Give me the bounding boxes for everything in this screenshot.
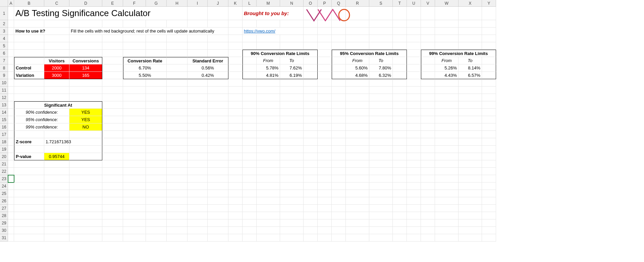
cell-S5[interactable] [369, 42, 393, 50]
cell-H27[interactable] [167, 205, 187, 212]
l95-control-from[interactable]: 5.60% [346, 64, 369, 72]
cell-Q31[interactable] [332, 234, 346, 242]
cell-B7[interactable] [14, 57, 44, 64]
cell-T18[interactable] [393, 138, 407, 146]
cell-W30[interactable] [435, 227, 459, 234]
row-header-28[interactable]: 28 [0, 212, 8, 219]
cell-A3[interactable] [8, 28, 14, 35]
row-header-19[interactable]: 19 [0, 146, 8, 153]
cell-X19[interactable] [459, 146, 482, 153]
variation-rate[interactable]: 5.50% [123, 72, 167, 79]
cell-X15[interactable] [459, 116, 482, 123]
cell-R26[interactable] [346, 197, 369, 205]
cell-N10[interactable] [280, 79, 304, 87]
cell-V10[interactable] [421, 79, 435, 87]
cell-T3[interactable] [393, 28, 407, 35]
cell-S24[interactable] [369, 182, 393, 190]
cell-A4[interactable] [8, 35, 14, 42]
cell-U29[interactable] [407, 219, 421, 227]
cell-L26[interactable] [243, 197, 257, 205]
cell-U23[interactable] [407, 175, 421, 182]
cell-W22[interactable] [435, 168, 459, 175]
cell-V20[interactable] [421, 153, 435, 160]
cell-U7[interactable] [407, 57, 421, 64]
cell-R13[interactable] [346, 101, 369, 109]
cell-O25[interactable] [304, 190, 318, 197]
cell-J13[interactable] [208, 101, 228, 109]
col-header-N[interactable]: N [280, 0, 304, 7]
cell-L12[interactable] [243, 94, 257, 101]
cell-P21[interactable] [318, 160, 332, 168]
cell-P3[interactable] [318, 28, 332, 35]
cell-O3[interactable] [304, 28, 318, 35]
cell-W31[interactable] [435, 234, 459, 242]
cell-M24[interactable] [257, 182, 280, 190]
cell-E28[interactable] [102, 212, 123, 219]
cell-L17[interactable] [243, 131, 257, 138]
cell-I15[interactable] [187, 116, 208, 123]
row-header-4[interactable]: 4 [0, 35, 8, 42]
cell-Y27[interactable] [482, 205, 496, 212]
cell-F22[interactable] [123, 168, 146, 175]
cell-W11[interactable] [435, 87, 459, 94]
cell-U16[interactable] [407, 123, 421, 131]
cell-V5[interactable] [421, 42, 435, 50]
cell-R29[interactable] [346, 219, 369, 227]
cell-D23[interactable] [69, 175, 102, 182]
row-header-29[interactable]: 29 [0, 219, 8, 227]
cell-R4[interactable] [346, 35, 369, 42]
cell-K6[interactable] [228, 50, 243, 57]
select-all-corner[interactable] [0, 0, 8, 7]
cell-U20[interactable] [407, 153, 421, 160]
cell-A8[interactable] [8, 64, 14, 72]
header-conversions[interactable]: Conversions [69, 57, 102, 64]
cell-V29[interactable] [421, 219, 435, 227]
cell-X14[interactable] [459, 109, 482, 116]
variation-label[interactable]: Variation [14, 72, 44, 79]
cell-N15[interactable] [280, 116, 304, 123]
cell-B4[interactable] [14, 35, 44, 42]
cell-N19[interactable] [280, 146, 304, 153]
cell-G14[interactable] [146, 109, 167, 116]
cell-H13[interactable] [167, 101, 187, 109]
limits-90-title[interactable]: 90% Conversion Rate Limits [243, 50, 318, 57]
cell-X13[interactable] [459, 101, 482, 109]
cell-N17[interactable] [280, 131, 304, 138]
cell-C26[interactable] [44, 197, 69, 205]
row-header-17[interactable]: 17 [0, 131, 8, 138]
cell-G23[interactable] [146, 175, 167, 182]
cell-L21[interactable] [243, 160, 257, 168]
cell-J4[interactable] [208, 35, 228, 42]
cell-R5[interactable] [346, 42, 369, 50]
cell-J12[interactable] [208, 94, 228, 101]
cell-Q16[interactable] [332, 123, 346, 131]
cell-Q28[interactable] [332, 212, 346, 219]
cell-L27[interactable] [243, 205, 257, 212]
cell-U15[interactable] [407, 116, 421, 123]
col-header-J[interactable]: J [208, 0, 228, 7]
cell-L18[interactable] [243, 138, 257, 146]
cell-N28[interactable] [280, 212, 304, 219]
cell-N16[interactable] [280, 123, 304, 131]
row-header-14[interactable]: 14 [0, 109, 8, 116]
zscore-value[interactable]: 1.721671363 [44, 138, 69, 146]
cell-K16[interactable] [228, 123, 243, 131]
cell-H21[interactable] [167, 160, 187, 168]
cell-Y3[interactable] [482, 28, 496, 35]
l95-variation-from[interactable]: 4.68% [346, 72, 369, 79]
cell-V28[interactable] [421, 212, 435, 219]
cell-D2[interactable] [69, 20, 102, 28]
col-header-Y[interactable]: Y [482, 0, 496, 7]
cell-F20[interactable] [123, 153, 146, 160]
row-header-22[interactable]: 22 [0, 168, 8, 175]
cell-X27[interactable] [459, 205, 482, 212]
cell-T23[interactable] [393, 175, 407, 182]
control-se[interactable]: 0.56% [187, 64, 228, 72]
cell-W25[interactable] [435, 190, 459, 197]
cell-Q9[interactable] [332, 72, 346, 79]
cell-V4[interactable] [421, 35, 435, 42]
cell-F25[interactable] [123, 190, 146, 197]
cell-E23[interactable] [102, 175, 123, 182]
cell-I21[interactable] [187, 160, 208, 168]
cell-E11[interactable] [102, 87, 123, 94]
